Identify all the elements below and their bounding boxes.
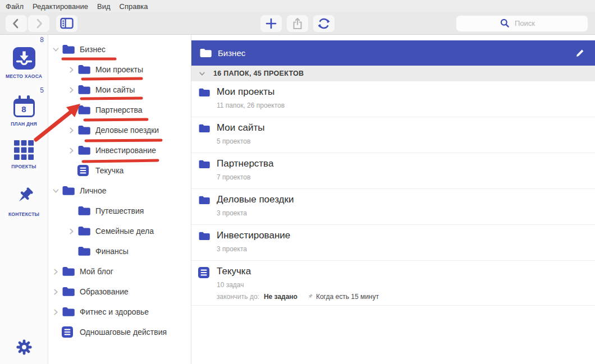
add-button[interactable] <box>260 15 282 32</box>
sync-button[interactable] <box>313 15 335 32</box>
folder-icon <box>198 194 210 224</box>
sidebar-item-inbox[interactable]: МЕСТО ХАОСА <box>0 47 48 79</box>
sidebar-item-projects[interactable]: ПРОЕКТЫ <box>0 140 48 169</box>
chevron-right-icon[interactable] <box>67 227 75 235</box>
menu-view[interactable]: Вид <box>97 2 111 11</box>
toolbar <box>0 12 595 35</box>
chevron-down-icon[interactable] <box>52 45 60 53</box>
list-item-partnerstva[interactable]: Партнерства 7 проектов <box>191 153 595 189</box>
chevron-right-icon[interactable] <box>67 126 75 134</box>
tree-item-label: Личное <box>80 186 107 195</box>
search-input[interactable] <box>514 19 544 28</box>
tree-item-label: Семейные дела <box>95 227 154 236</box>
list-item-tekuchka[interactable]: Текучка 10 задач закончить до: Не задано… <box>191 261 595 306</box>
menu-file[interactable]: Файл <box>6 2 24 11</box>
sidebar: 8 5 МЕСТО ХАОСА 8 ПЛАН ДНЯ <box>0 35 48 364</box>
settings-button[interactable] <box>0 338 48 357</box>
back-button[interactable] <box>6 15 27 32</box>
folder-icon <box>62 286 75 297</box>
list-item-title: Деловые поездки <box>217 194 294 205</box>
list-item-text: Партнерства 7 проектов <box>217 158 273 188</box>
menu-edit[interactable]: Редактирование <box>33 2 88 11</box>
list-item-text: Деловые поездки 3 проекта <box>217 194 294 224</box>
detail-panel: Бизнес 16 ПАПОК, 45 ПРОЕКТОВ Мои проекты… <box>191 35 595 364</box>
forward-button[interactable] <box>28 15 49 32</box>
tree-item-moi-sayty[interactable]: Мои сайты <box>48 80 191 100</box>
folder-icon <box>198 230 210 260</box>
tree-item-label: Одношаговые действия <box>80 328 167 337</box>
tree-item-partnerstva[interactable]: Партнерства <box>48 100 191 120</box>
tree-item-biznes[interactable]: Бизнес <box>48 39 191 59</box>
list-item-title: Текучка <box>217 266 379 277</box>
chevron-down-icon <box>199 71 205 76</box>
project-icon <box>62 326 75 338</box>
list-item-investirovanie[interactable]: Инвестирование 3 проекта <box>191 225 595 261</box>
list-item-title: Инвестирование <box>217 230 290 241</box>
context-label: Когда есть 15 минут <box>316 293 379 301</box>
list-item-delovye-poezdki[interactable]: Деловые поездки 3 проекта <box>191 189 595 225</box>
tree-item-tekuchka[interactable]: Текучка <box>48 160 191 181</box>
tree-item-finansy[interactable]: Финансы <box>48 241 191 261</box>
sidebar-item-label: ПРОЕКТЫ <box>11 164 36 169</box>
chevron-right-icon[interactable] <box>52 308 60 316</box>
folder-icon <box>199 48 212 58</box>
section-header[interactable]: 16 ПАПОК, 45 ПРОЕКТОВ <box>191 66 595 81</box>
chevron-right-icon[interactable] <box>67 146 75 154</box>
list-item-text: Инвестирование 3 проекта <box>217 230 290 260</box>
app-window: { "menu_bar": { "items": [ { "label": "Ф… <box>0 0 595 364</box>
sidebar-item-contexts[interactable]: КОНТЕКСТЫ <box>0 185 48 217</box>
tree-item-odnoshagovye[interactable]: Одношаговые действия <box>48 322 191 342</box>
chevron-placeholder <box>67 247 75 255</box>
sidebar-item-label: ПЛАН ДНЯ <box>11 121 37 127</box>
tree-item-label: Инвестирование <box>95 146 156 155</box>
pushpin-icon <box>13 185 35 208</box>
inbox-count-badge: 8 <box>40 36 44 44</box>
share-button[interactable] <box>287 15 308 32</box>
pushpin-small-icon <box>306 293 313 300</box>
tree-item-semeynye-dela[interactable]: Семейные дела <box>48 221 191 241</box>
folder-icon <box>198 158 210 188</box>
tree-item-delovye-poezdki[interactable]: Деловые поездки <box>48 120 191 140</box>
content-area: 8 5 МЕСТО ХАОСА 8 ПЛАН ДНЯ <box>0 35 595 364</box>
tree-item-puteshestviya[interactable]: Путешествия <box>48 201 191 221</box>
chevron-right-icon[interactable] <box>52 288 60 296</box>
list-item-moi-proekty[interactable]: Мои проекты 11 папок, 26 проектов <box>191 81 595 117</box>
folder-tree: Бизнес Мои проекты Мои сайты Партнерства… <box>48 35 191 364</box>
folder-icon <box>77 246 91 257</box>
list-item-subtitle: 5 проектов <box>217 137 264 145</box>
tree-item-label: Деловые поездки <box>95 126 159 135</box>
sidebar-item-day-plan[interactable]: 8 ПЛАН ДНЯ <box>0 95 48 127</box>
chevron-right-icon[interactable] <box>67 66 75 73</box>
list-item-subtitle: 11 папок, 26 проектов <box>217 102 285 109</box>
project-icon <box>198 266 210 305</box>
folder-icon <box>77 205 91 216</box>
tree-item-label: Партнерства <box>95 105 143 114</box>
tree-item-label: Мои сайты <box>95 85 135 94</box>
chevron-placeholder <box>67 106 75 114</box>
list-item-text: Мои проекты 11 папок, 26 проектов <box>217 86 285 117</box>
inbox-tray-arrow-icon <box>13 47 35 70</box>
search-field[interactable] <box>456 15 588 32</box>
tree-item-label: Финансы <box>95 247 129 256</box>
chevron-down-icon[interactable] <box>52 187 60 195</box>
calendar-icon: 8 <box>13 99 35 117</box>
chevron-placeholder <box>52 328 60 336</box>
menu-help[interactable]: Справка <box>120 2 148 11</box>
grid-icon <box>14 140 34 160</box>
sidebar-toggle-button[interactable] <box>56 15 77 32</box>
tree-item-fitnes[interactable]: Фитнес и здоровье <box>48 302 191 322</box>
tree-item-moi-proekty[interactable]: Мои проекты <box>48 59 191 80</box>
list-item-subtitle: 3 проекта <box>217 245 290 253</box>
tree-item-investirovanie[interactable]: Инвестирование <box>48 140 191 160</box>
list-item-moi-sayty[interactable]: Мои сайты 5 проектов <box>191 117 595 153</box>
edit-button[interactable] <box>573 46 587 60</box>
share-icon <box>291 17 304 30</box>
chevron-right-icon[interactable] <box>52 268 60 275</box>
tree-item-moy-blog[interactable]: Мой блог <box>48 261 191 282</box>
list-item-meta: закончить до: Не задано Когда есть 15 ми… <box>217 293 379 301</box>
tree-item-lichnoe[interactable]: Личное <box>48 181 191 201</box>
tree-item-obrazovanie[interactable]: Образование <box>48 282 191 302</box>
folder-icon <box>62 306 75 317</box>
folder-icon <box>62 266 75 277</box>
chevron-right-icon[interactable] <box>67 86 75 94</box>
